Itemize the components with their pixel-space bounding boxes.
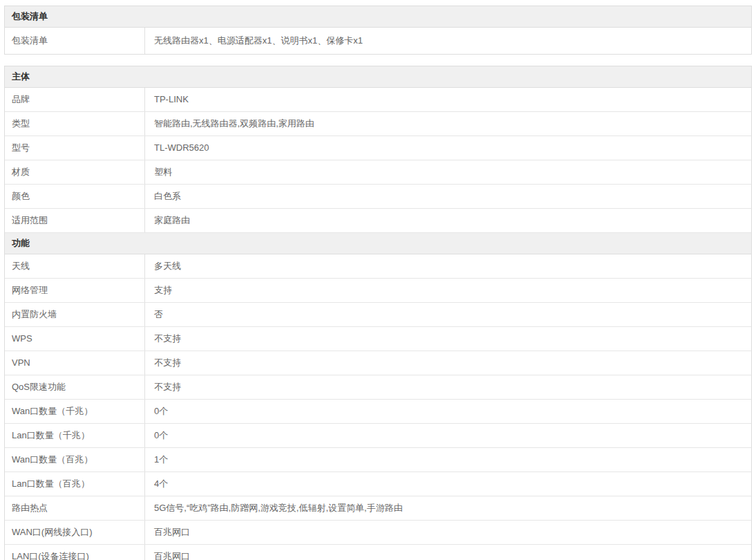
spec-value: 不支持 — [145, 327, 751, 351]
spec-value: 否 — [145, 303, 751, 326]
spec-label: QoS限速功能 — [5, 375, 145, 399]
spec-value: 不支持 — [145, 351, 751, 375]
spec-value: 0个 — [145, 400, 751, 423]
spec-row: VPN不支持 — [5, 351, 751, 375]
spec-label: 材质 — [5, 160, 145, 184]
spec-label: VPN — [5, 351, 145, 375]
spec-row: LAN口(设备连接口)百兆网口 — [5, 545, 751, 560]
spec-value: 百兆网口 — [145, 521, 751, 544]
spec-label: 型号 — [5, 136, 145, 160]
spec-label: 颜色 — [5, 185, 145, 208]
spec-value: 百兆网口 — [145, 545, 751, 560]
spec-label: 包装清单 — [5, 28, 145, 54]
spec-row: Lan口数量（千兆）0个 — [5, 424, 751, 448]
spec-label: Lan口数量（百兆） — [5, 472, 145, 496]
spec-label: 网络管理 — [5, 279, 145, 302]
spec-value: 多天线 — [145, 254, 751, 278]
spec-value: 4个 — [145, 472, 751, 496]
spec-row: 天线多天线 — [5, 254, 751, 279]
spec-row: 包装清单无线路由器x1、电源适配器x1、说明书x1、保修卡x1 — [5, 28, 751, 54]
spec-row: 品牌TP-LINK — [5, 88, 751, 112]
spec-label: 天线 — [5, 254, 145, 278]
spec-row: Wan口数量（百兆）1个 — [5, 448, 751, 472]
spec-value: TL-WDR5620 — [145, 136, 751, 160]
spec-label: 适用范围 — [5, 209, 145, 232]
spec-value: 智能路由,无线路由器,双频路由,家用路由 — [145, 112, 751, 136]
spec-row: 路由热点5G信号,“吃鸡”路由,防蹭网,游戏竞技,低辐射,设置简单,手游路由 — [5, 496, 751, 521]
spec-label: WAN口(网线接入口) — [5, 521, 145, 544]
spec-value: 家庭路由 — [145, 209, 751, 232]
spec-row: 内置防火墙否 — [5, 303, 751, 327]
spec-value: 白色系 — [145, 185, 751, 208]
spec-row: WPS不支持 — [5, 327, 751, 351]
spec-label: 内置防火墙 — [5, 303, 145, 326]
spec-value: 支持 — [145, 279, 751, 302]
spec-label: WPS — [5, 327, 145, 351]
spec-value: 塑料 — [145, 160, 751, 184]
spec-value: TP-LINK — [145, 88, 751, 111]
spec-row: 型号TL-WDR5620 — [5, 136, 751, 160]
spec-label: Lan口数量（千兆） — [5, 424, 145, 447]
spec-row: 网络管理支持 — [5, 279, 751, 303]
spec-label: 路由热点 — [5, 496, 145, 520]
spec-row: Wan口数量（千兆）0个 — [5, 400, 751, 424]
spec-value: 不支持 — [145, 375, 751, 399]
spec-row: 材质塑料 — [5, 160, 751, 185]
spec-value: 无线路由器x1、电源适配器x1、说明书x1、保修卡x1 — [145, 28, 751, 54]
section-header: 包装清单 — [5, 6, 751, 28]
spec-row: QoS限速功能不支持 — [5, 375, 751, 400]
spec-row: Lan口数量（百兆）4个 — [5, 472, 751, 496]
spec-label: 品牌 — [5, 88, 145, 111]
spec-table-main-and-features: 主体品牌TP-LINK类型智能路由,无线路由器,双频路由,家用路由型号TL-WD… — [4, 66, 752, 560]
spec-table-packing-list: 包装清单包装清单无线路由器x1、电源适配器x1、说明书x1、保修卡x1 — [4, 6, 752, 55]
spec-label: Wan口数量（千兆） — [5, 400, 145, 423]
section-header: 功能 — [5, 233, 751, 254]
spec-value: 1个 — [145, 448, 751, 472]
spec-row: 适用范围家庭路由 — [5, 209, 751, 233]
spec-value: 5G信号,“吃鸡”路由,防蹭网,游戏竞技,低辐射,设置简单,手游路由 — [145, 496, 751, 520]
spec-label: LAN口(设备连接口) — [5, 545, 145, 560]
section-header: 主体 — [5, 66, 751, 88]
spec-value: 0个 — [145, 424, 751, 447]
spec-row: 颜色白色系 — [5, 185, 751, 209]
spec-label: Wan口数量（百兆） — [5, 448, 145, 472]
spec-row: 类型智能路由,无线路由器,双频路由,家用路由 — [5, 112, 751, 136]
spec-row: WAN口(网线接入口)百兆网口 — [5, 521, 751, 545]
product-spec-page: 包装清单包装清单无线路由器x1、电源适配器x1、说明书x1、保修卡x1 主体品牌… — [0, 0, 756, 560]
spec-label: 类型 — [5, 112, 145, 136]
